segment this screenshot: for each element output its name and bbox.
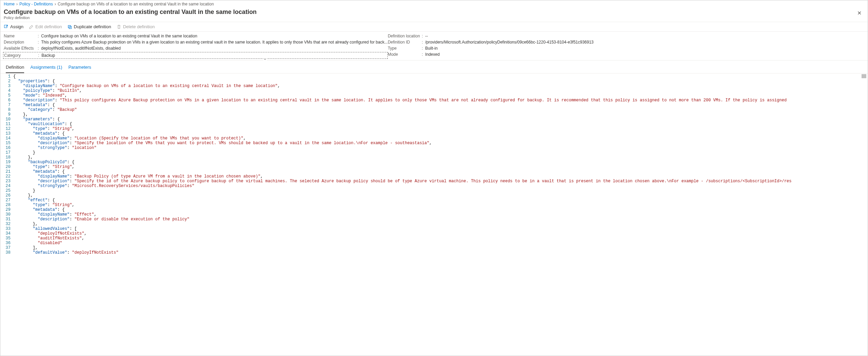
edit-icon bbox=[29, 24, 34, 29]
code-line[interactable]: "category": "Backup" bbox=[13, 107, 868, 112]
code-line[interactable]: "policyType": "BuiltIn", bbox=[13, 88, 868, 93]
code-line[interactable]: "description": "Specify the location of … bbox=[13, 141, 868, 146]
code-line[interactable]: "metadata": { bbox=[13, 169, 868, 174]
code-line[interactable]: "metadata": { bbox=[13, 207, 868, 212]
line-number: 21 bbox=[2, 169, 11, 174]
code-line[interactable]: ], bbox=[13, 245, 868, 250]
essentials-row: Definition location:-- bbox=[388, 34, 653, 38]
essentials-label: Available Effects bbox=[4, 46, 38, 51]
edit-label: Edit definition bbox=[35, 24, 62, 29]
delete-definition-button: Delete definition bbox=[117, 24, 155, 29]
code-line[interactable]: "displayName": "Location (Specify the lo… bbox=[13, 136, 868, 141]
essentials-collapse-toggle[interactable]: « bbox=[263, 57, 267, 61]
code-line[interactable]: "defaultValue": "deployIfNotExists" bbox=[13, 250, 868, 255]
tab-definition[interactable]: Definition bbox=[6, 62, 24, 73]
code-line[interactable]: }, bbox=[13, 222, 868, 226]
page-title: Configure backup on VMs of a location to… bbox=[4, 9, 257, 16]
code-line[interactable]: "deployIfNotExists", bbox=[13, 231, 868, 236]
assign-button[interactable]: Assign bbox=[4, 24, 23, 29]
breadcrumb-policy-definitions[interactable]: Policy - Definitions bbox=[19, 2, 53, 6]
essentials-label: Description bbox=[4, 40, 38, 45]
line-number: 28 bbox=[2, 203, 11, 207]
line-number: 3 bbox=[2, 84, 11, 88]
line-number: 14 bbox=[2, 136, 11, 141]
line-number: 20 bbox=[2, 165, 11, 169]
code-line[interactable]: "effect": { bbox=[13, 198, 868, 203]
line-number: 10 bbox=[2, 117, 11, 122]
json-editor[interactable]: 1234567891011121314151617181920212223242… bbox=[0, 73, 868, 356]
line-number: 35 bbox=[2, 236, 11, 241]
essentials-label: Name bbox=[4, 34, 38, 38]
code-line[interactable]: }, bbox=[13, 155, 868, 160]
line-number: 33 bbox=[2, 226, 11, 231]
code-line[interactable]: "displayName": "Backup Policy (of type A… bbox=[13, 174, 868, 179]
essentials-label: Definition location bbox=[388, 34, 422, 38]
breadcrumb-current: Configure backup on VMs of a location to… bbox=[58, 2, 214, 6]
svg-rect-1 bbox=[68, 25, 71, 28]
line-number: 37 bbox=[2, 245, 11, 250]
line-number: 34 bbox=[2, 231, 11, 236]
editor-code[interactable]: { "properties": { "displayName": "Config… bbox=[13, 73, 868, 356]
line-number: 31 bbox=[2, 217, 11, 222]
essentials-sep: : bbox=[38, 53, 41, 58]
duplicate-definition-button[interactable]: Duplicate definition bbox=[67, 24, 111, 29]
code-line[interactable]: }, bbox=[13, 193, 868, 198]
breadcrumb-sep-icon: › bbox=[55, 2, 56, 6]
title-bar: Configure backup on VMs of a location to… bbox=[0, 8, 868, 22]
code-line[interactable]: "displayName": "Configure backup on VMs … bbox=[13, 84, 868, 88]
code-line[interactable]: "type": "String", bbox=[13, 203, 868, 207]
line-number: 6 bbox=[2, 98, 11, 103]
line-number: 9 bbox=[2, 112, 11, 117]
line-number: 1 bbox=[2, 74, 11, 79]
code-line[interactable]: "strongType": "location" bbox=[13, 146, 868, 150]
delete-icon bbox=[117, 24, 121, 29]
tab-assignments[interactable]: Assignments (1) bbox=[30, 62, 62, 73]
line-number: 24 bbox=[2, 184, 11, 188]
essentials-row: Category:Backup bbox=[3, 52, 388, 59]
code-line[interactable]: "metadata": { bbox=[13, 131, 868, 136]
code-line[interactable]: }, bbox=[13, 112, 868, 117]
code-line[interactable]: "mode": "Indexed", bbox=[13, 93, 868, 98]
code-line[interactable]: "vaultLocation": { bbox=[13, 122, 868, 126]
essentials-value: Built-in bbox=[425, 46, 438, 51]
essentials-row: Name:Configure backup on VMs of a locati… bbox=[4, 34, 388, 38]
tab-parameters[interactable]: Parameters bbox=[68, 62, 91, 73]
breadcrumb-home[interactable]: Home bbox=[4, 2, 15, 6]
page-subtitle: Policy definition bbox=[4, 16, 257, 20]
line-number: 15 bbox=[2, 141, 11, 146]
code-line[interactable]: } bbox=[13, 188, 868, 193]
code-line[interactable]: "type": "String", bbox=[13, 126, 868, 131]
essentials-sep: : bbox=[422, 34, 425, 38]
code-line[interactable]: "strongType": "Microsoft.RecoveryService… bbox=[13, 184, 868, 188]
code-line[interactable]: "backupPolicyId": { bbox=[13, 160, 868, 165]
code-line[interactable]: "description": "This policy configures A… bbox=[13, 98, 868, 103]
line-number: 26 bbox=[2, 193, 11, 198]
code-line[interactable]: "description": "Enable or disable the ex… bbox=[13, 217, 868, 222]
code-line[interactable]: "description": "Specify the id of the Az… bbox=[13, 179, 868, 184]
line-number: 29 bbox=[2, 207, 11, 212]
line-number: 25 bbox=[2, 188, 11, 193]
line-number: 12 bbox=[2, 126, 11, 131]
essentials-label: Type bbox=[388, 46, 422, 51]
essentials-row: Description:This policy configures Azure… bbox=[4, 40, 388, 45]
code-line[interactable]: "auditIfNotExists", bbox=[13, 236, 868, 241]
line-number: 23 bbox=[2, 179, 11, 184]
close-button[interactable]: ✕ bbox=[854, 9, 864, 18]
toolbar: Assign Edit definition Duplicate definit… bbox=[0, 22, 868, 32]
code-line[interactable]: } bbox=[13, 150, 868, 155]
code-line[interactable]: "properties": { bbox=[13, 79, 868, 84]
essentials-row: Available Effects:deployIfNotExists, aud… bbox=[4, 46, 388, 51]
code-line[interactable]: "type": "String", bbox=[13, 165, 868, 169]
code-line[interactable]: "metadata": { bbox=[13, 103, 868, 107]
code-line[interactable]: { bbox=[13, 74, 868, 79]
duplicate-icon bbox=[67, 24, 72, 29]
essentials-row: Type:Built-in bbox=[388, 46, 653, 51]
code-line[interactable]: "displayName": "Effect", bbox=[13, 212, 868, 217]
delete-label: Delete definition bbox=[123, 24, 155, 29]
svg-rect-2 bbox=[69, 26, 71, 29]
code-line[interactable]: "disabled" bbox=[13, 241, 868, 245]
code-line[interactable]: "parameters": { bbox=[13, 117, 868, 122]
code-line[interactable]: "allowedValues": [ bbox=[13, 226, 868, 231]
editor-scrollbar[interactable] bbox=[862, 74, 866, 78]
assign-label: Assign bbox=[10, 24, 23, 29]
